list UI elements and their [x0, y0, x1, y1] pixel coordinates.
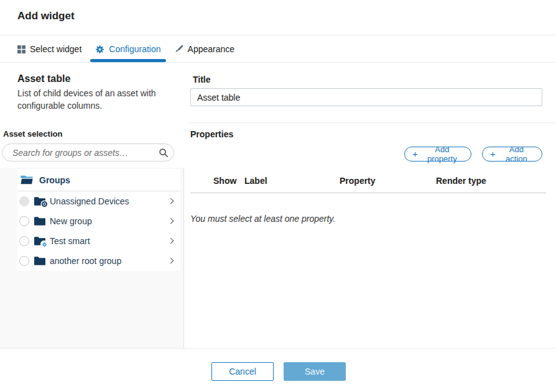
tree-row-label: Unassigned Devices: [50, 196, 129, 206]
tab-bar: Select widget Configuration: [0, 36, 556, 63]
plus-icon: +: [412, 149, 418, 158]
page-title: Add widget: [17, 10, 75, 22]
properties-label: Properties: [190, 129, 233, 139]
tree-row-unassigned-devices[interactable]: Unassigned Devices: [17, 191, 180, 211]
tree-row-new-group[interactable]: New group: [17, 211, 180, 231]
open-folder-icon: [21, 175, 33, 185]
tree-row-label: Test smart: [50, 236, 90, 246]
tab-label: Configuration: [109, 44, 160, 54]
validation-message: You must select at least one property.: [190, 214, 335, 224]
title-label: Title: [193, 75, 211, 84]
grid-icon: [17, 45, 25, 53]
tab-select-widget[interactable]: Select widget: [14, 36, 85, 62]
section-divider: [188, 122, 556, 123]
tree-header-groups: Groups: [17, 169, 180, 191]
cancel-button[interactable]: Cancel: [211, 362, 274, 381]
tree-row-label: New group: [50, 216, 92, 226]
unassigned-badge-icon: [42, 201, 47, 207]
tree-row-test-smart[interactable]: Test smart: [17, 231, 180, 251]
add-action-button[interactable]: + Add action: [482, 147, 542, 162]
add-action-label: Add action: [499, 145, 534, 163]
chevron-right-icon[interactable]: [168, 198, 174, 204]
dialog-header: Add widget: [0, 0, 556, 35]
add-property-label: Add property: [421, 145, 463, 163]
widget-name: Asset table: [17, 73, 70, 84]
brush-icon: [175, 45, 183, 53]
radio-test-smart[interactable]: [19, 236, 29, 246]
add-widget-dialog: Add widget Select widget: [0, 0, 556, 392]
tab-appearance[interactable]: Appearance: [171, 36, 239, 62]
unassigned-group-folder-icon: [34, 197, 45, 206]
tree-row-another-root-group[interactable]: another root group: [17, 251, 180, 271]
radio-another-root-group[interactable]: [19, 256, 29, 266]
column-header-show: Show: [213, 176, 236, 186]
column-header-label: Label: [244, 176, 267, 186]
column-header-property: Property: [340, 176, 376, 186]
asset-tree: Groups Unassigned Devices New group: [17, 169, 180, 271]
tree-row-label: another root group: [50, 256, 121, 266]
tab-label: Select widget: [30, 44, 81, 54]
group-folder-icon: [34, 217, 45, 226]
table-header-divider: [190, 193, 546, 193]
title-input[interactable]: [190, 88, 542, 106]
tab-configuration[interactable]: Configuration: [91, 36, 164, 62]
column-header-render-type: Render type: [436, 176, 486, 186]
chevron-right-icon[interactable]: [168, 238, 174, 244]
smart-gear-badge-icon: [41, 241, 47, 247]
footer-divider: [0, 348, 556, 349]
radio-new-group[interactable]: [19, 216, 29, 226]
save-button[interactable]: Save: [284, 362, 346, 381]
asset-search: [2, 144, 174, 162]
asset-tree-panel: Groups Unassigned Devices New group: [0, 168, 184, 348]
tab-label: Appearance: [188, 44, 235, 54]
group-folder-icon: [34, 257, 45, 265]
radio-unassigned-devices: [19, 196, 29, 206]
search-input[interactable]: [11, 147, 159, 158]
chevron-right-icon[interactable]: [168, 218, 174, 224]
chevron-right-icon[interactable]: [168, 258, 174, 264]
plus-icon: +: [490, 149, 496, 158]
gear-icon: [95, 45, 104, 54]
tree-header-label: Groups: [39, 175, 70, 185]
widget-description: List of child devices of an asset with c…: [17, 87, 174, 112]
add-property-button[interactable]: + Add property: [404, 147, 471, 162]
smart-group-folder-icon: [34, 237, 45, 245]
search-icon[interactable]: [159, 148, 169, 158]
asset-selection-label: Asset selection: [3, 129, 62, 139]
